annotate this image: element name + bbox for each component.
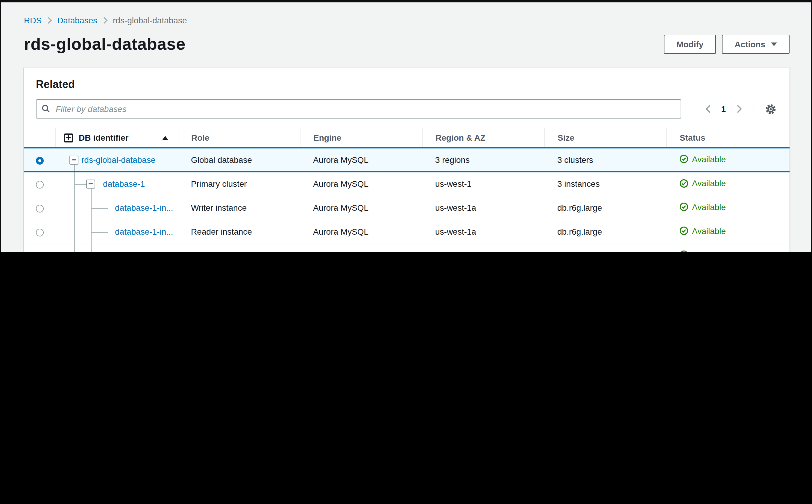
chevron-right-icon <box>47 17 52 24</box>
row-select-radio[interactable] <box>36 229 43 236</box>
tree-line <box>74 172 75 195</box>
search-icon <box>41 104 50 115</box>
cell-engine: Aurora MySQL <box>300 220 422 244</box>
cell-role: Writer instance <box>178 196 300 220</box>
next-page-button[interactable] <box>735 103 744 115</box>
modify-button[interactable]: Modify <box>664 35 716 54</box>
db-identifier-link[interactable]: rds-global-database <box>81 155 156 165</box>
chevron-right-icon <box>103 17 107 24</box>
tree-line <box>74 244 75 252</box>
cell-engine: Aurora MySQL <box>300 196 422 220</box>
related-heading: Related <box>36 78 777 91</box>
filter-box <box>36 99 681 119</box>
status-badge: Available <box>679 226 726 236</box>
status-badge: Available <box>679 202 726 212</box>
cell-engine: Aurora MySQL <box>300 172 422 196</box>
cell-region: us-west-1a <box>422 196 544 220</box>
collapse-row-icon[interactable] <box>69 155 78 164</box>
tree-line <box>74 196 75 219</box>
table-toolbar: 1 <box>24 91 789 128</box>
pagination: 1 <box>703 103 744 115</box>
cell-size: db.r6g.large <box>544 220 666 244</box>
db-identifier-link[interactable]: database-1 <box>103 179 145 189</box>
cell-size: db.r6g.large <box>544 196 666 220</box>
table-row[interactable]: database-1 Primary cluster Aurora MySQL … <box>24 172 789 196</box>
breadcrumb-link-databases[interactable]: Databases <box>57 16 97 25</box>
selection-column-header <box>24 128 55 148</box>
sort-ascending-icon <box>162 136 168 140</box>
status-badge: Available <box>679 250 726 252</box>
table-row[interactable]: database-1-in... Reader instance Aurora … <box>24 220 789 244</box>
tree-line <box>91 232 108 233</box>
breadcrumb-current: rds-global-database <box>113 16 187 25</box>
table-row[interactable]: database-1-in... Writer instance Aurora … <box>24 196 789 220</box>
breadcrumb: RDS Databases rds-global-database <box>24 16 789 25</box>
cell-role: Reader instance <box>178 220 300 244</box>
column-header-role: Role <box>178 128 300 148</box>
check-circle-icon <box>679 155 688 164</box>
status-badge: Available <box>679 154 726 164</box>
db-identifier-link[interactable]: database-1-in... <box>115 251 173 252</box>
caret-down-icon <box>771 42 777 46</box>
row-select-radio[interactable] <box>36 181 43 189</box>
row-select-radio[interactable] <box>36 205 43 212</box>
check-circle-icon <box>679 251 688 252</box>
cell-region: 3 regions <box>422 148 544 172</box>
toolbar-divider <box>753 101 754 117</box>
cell-region: us-west-1 <box>422 172 544 196</box>
column-header-region-az: Region & AZ <box>422 128 544 148</box>
previous-page-button[interactable] <box>703 103 712 115</box>
cell-role: Reader instance <box>178 244 300 252</box>
related-panel: Related 1 <box>24 67 789 252</box>
chevron-right-icon <box>736 104 743 114</box>
actions-button-label: Actions <box>734 40 765 49</box>
tree-line <box>91 189 92 195</box>
cell-engine: Aurora MySQL <box>300 244 422 252</box>
table-header-row: DB identifier Role Engine Region & AZ Si… <box>24 128 789 148</box>
db-identifier-link[interactable]: database-1-in... <box>115 227 173 236</box>
actions-button[interactable]: Actions <box>722 35 789 54</box>
header-actions: Modify Actions <box>664 35 789 54</box>
check-circle-icon <box>679 227 688 236</box>
table-row[interactable]: database-1-in... Reader instance Aurora … <box>24 244 789 252</box>
status-badge: Available <box>679 178 726 188</box>
tree-line <box>91 244 92 252</box>
cell-role: Global database <box>178 148 300 172</box>
settings-button[interactable] <box>764 102 777 116</box>
column-header-size: Size <box>544 128 666 148</box>
breadcrumb-link-rds[interactable]: RDS <box>24 16 42 25</box>
column-label: DB identifier <box>79 133 128 142</box>
tree-line <box>74 165 75 171</box>
search-input[interactable] <box>36 99 681 119</box>
tree-line <box>91 196 92 219</box>
cell-region: us-west-1b <box>422 244 544 252</box>
cell-role: Primary cluster <box>178 172 300 196</box>
tree-line <box>74 220 75 243</box>
cell-size: db.r6g.large <box>544 244 666 252</box>
column-header-engine: Engine <box>300 128 422 148</box>
tree-line <box>91 220 92 243</box>
rds-database-detail-page: RDS Databases rds-global-database rds-gl… <box>0 0 812 252</box>
databases-table: DB identifier Role Engine Region & AZ Si… <box>24 128 789 252</box>
page-title: rds-global-database <box>24 35 186 54</box>
page-number: 1 <box>721 104 726 114</box>
tree-line <box>74 184 87 185</box>
check-circle-icon <box>679 179 688 188</box>
column-header-db-identifier[interactable]: DB identifier <box>55 128 178 148</box>
cell-size: 3 instances <box>544 172 666 196</box>
table-row[interactable]: rds-global-database Global database Auro… <box>24 148 789 172</box>
page-header: rds-global-database Modify Actions <box>24 35 789 54</box>
expand-all-icon[interactable] <box>64 133 73 142</box>
cell-size: 3 clusters <box>544 148 666 172</box>
gear-icon <box>765 103 776 115</box>
db-identifier-link[interactable]: database-1-in... <box>115 203 173 212</box>
cell-engine: Aurora MySQL <box>300 148 422 172</box>
tree-line <box>91 208 108 209</box>
column-header-status: Status <box>666 128 789 148</box>
collapse-row-icon[interactable] <box>86 180 95 189</box>
check-circle-icon <box>679 203 688 212</box>
row-select-radio[interactable] <box>36 157 43 165</box>
chevron-left-icon <box>704 104 711 114</box>
cell-region: us-west-1a <box>422 220 544 244</box>
